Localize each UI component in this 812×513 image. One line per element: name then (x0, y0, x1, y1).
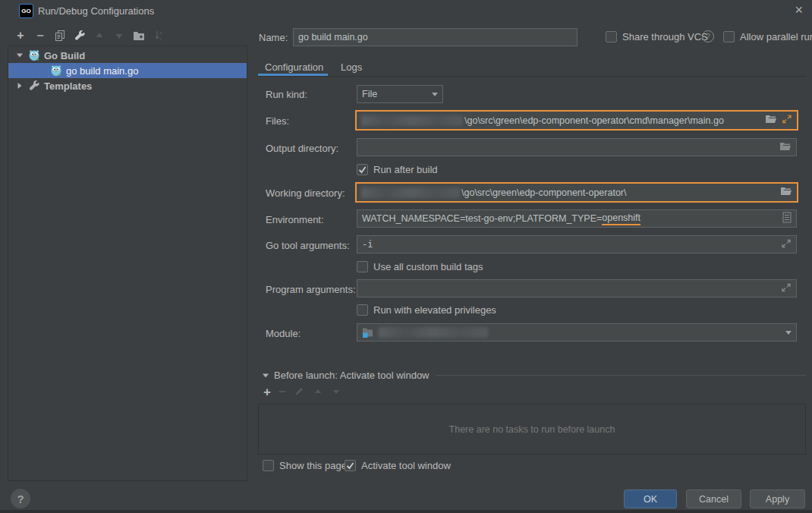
module-label: Module: (266, 328, 301, 339)
files-field[interactable]: \go\src\green\edp-component-operator\cmd… (355, 110, 798, 131)
expand-field-icon[interactable] (781, 282, 792, 295)
go-tool-arguments-field[interactable]: -i (357, 235, 797, 253)
edit-templates-wrench-icon[interactable] (73, 29, 87, 42)
checkbox-label: Use all custom build tags (373, 261, 483, 272)
folder-open-icon[interactable] (765, 114, 777, 127)
share-through-vcs-checkbox[interactable]: Share through VCS (606, 31, 708, 42)
chevron-down-icon (785, 331, 792, 335)
go-gopher-icon (28, 49, 40, 61)
folder-open-icon[interactable] (780, 186, 792, 199)
folder-open-icon[interactable] (779, 141, 792, 154)
move-down-icon (112, 29, 126, 42)
expand-field-icon[interactable] (782, 114, 792, 127)
tree-item-go-build[interactable]: Go Build (8, 48, 247, 63)
help-button[interactable]: ? (11, 489, 30, 508)
working-directory-value: \go\src\green\edp-component-operator\ (461, 187, 627, 198)
checkbox-box (263, 460, 274, 471)
environment-value: WATCH_NAMESPACE=test-go-env;PLATFORM_TYP… (362, 213, 602, 224)
show-this-page-checkbox[interactable]: Show this page (263, 460, 347, 471)
program-arguments-label: Program arguments: (266, 284, 356, 295)
tabs-separator (258, 76, 806, 77)
run-kind-label: Run kind: (266, 89, 307, 100)
checkbox-box (357, 261, 368, 272)
run-kind-select[interactable]: File (357, 85, 443, 103)
help-icon[interactable]: ? (702, 30, 714, 42)
name-label: Name: (259, 32, 288, 43)
before-launch-section-header[interactable]: Before launch: Activate tool window (262, 370, 806, 381)
use-custom-build-tags-checkbox[interactable]: Use all custom build tags (357, 261, 483, 272)
new-folder-icon[interactable] (132, 29, 146, 42)
tab-configuration[interactable]: Configuration (265, 61, 323, 73)
run-debug-configurations-dialog: GO Run/Debug Configurations × + − az Go … (0, 0, 812, 513)
cancel-button[interactable]: Cancel (686, 489, 741, 508)
checkbox-label: Allow parallel run (740, 31, 812, 42)
browse-variables-icon[interactable] (782, 212, 792, 225)
checkbox-checked-box (345, 460, 356, 471)
configuration-editor-panel: Name: Share through VCS ? Allow parallel… (258, 0, 812, 513)
expand-field-icon[interactable] (781, 238, 792, 251)
tree-item-label: go build main.go (66, 65, 138, 77)
add-configuration-button[interactable]: + (14, 29, 27, 42)
module-icon (362, 326, 374, 338)
before-launch-task-list: There are no tasks to run before launch (258, 404, 806, 455)
checkbox-box (357, 304, 368, 316)
module-select[interactable] (357, 323, 797, 341)
working-directory-field[interactable]: \go\src\green\edp-component-operator\ (355, 182, 798, 203)
output-directory-label: Output directory: (266, 143, 338, 154)
tree-item-label: Go Build (44, 50, 85, 61)
before-launch-title: Before launch: Activate tool window (274, 370, 430, 381)
ok-button[interactable]: OK (624, 489, 677, 508)
chevron-down-icon (432, 93, 438, 96)
checkbox-label: Run with elevated privileges (373, 304, 496, 316)
checkbox-label: Activate tool window (361, 460, 451, 471)
run-after-build-checkbox[interactable]: Run after build (357, 164, 438, 175)
svg-text:a: a (159, 30, 162, 35)
tree-item-go-build-main-go[interactable]: go build main.go (8, 63, 247, 78)
configurations-tree: Go Build go build main.go Templates (8, 46, 247, 481)
environment-field[interactable]: WATCH_NAMESPACE=test-go-env;PLATFORM_TYP… (357, 209, 797, 228)
files-label: Files: (266, 115, 289, 127)
move-up-icon (93, 29, 106, 42)
tree-item-templates[interactable]: Templates (8, 78, 247, 93)
tab-logs[interactable]: Logs (341, 61, 362, 73)
chevron-down-icon (262, 372, 269, 379)
copy-configuration-icon[interactable] (53, 29, 67, 42)
window-title: Run/Debug Configurations (38, 5, 154, 17)
dialog-bottom-edge (0, 510, 812, 513)
activate-tool-window-checkbox[interactable]: Activate tool window (345, 460, 451, 471)
run-elevated-privileges-checkbox[interactable]: Run with elevated privileges (357, 304, 496, 316)
redacted-text (379, 327, 488, 338)
checkbox-label: Share through VCS (622, 31, 708, 42)
section-divider (436, 375, 806, 376)
tree-item-label: Templates (44, 80, 92, 92)
run-kind-value: File (362, 89, 377, 99)
name-input[interactable] (293, 28, 578, 46)
move-task-up-icon (313, 386, 323, 399)
move-task-down-icon (331, 386, 341, 399)
remove-configuration-button[interactable]: − (33, 29, 47, 42)
working-directory-label: Working directory: (266, 187, 345, 199)
go-tool-arguments-value: -i (362, 239, 781, 250)
chevron-right-icon[interactable] (14, 81, 25, 90)
checkbox-box (606, 31, 617, 42)
add-task-button[interactable]: + (263, 386, 271, 398)
goland-app-icon: GO (19, 4, 33, 18)
checkbox-label: Show this page (279, 460, 347, 471)
files-value: \go\src\green\edp-component-operator\cmd… (464, 115, 724, 126)
redacted-text (361, 115, 463, 126)
output-directory-field[interactable] (357, 138, 797, 156)
remove-task-icon: − (279, 386, 286, 398)
edit-task-pencil-icon (294, 386, 305, 399)
program-arguments-field[interactable] (357, 279, 797, 297)
apply-button[interactable]: Apply (750, 489, 805, 508)
chevron-down-icon[interactable] (14, 51, 25, 60)
checkbox-box (723, 31, 735, 42)
svg-text:z: z (159, 36, 162, 41)
checkbox-label: Run after build (373, 164, 438, 175)
allow-parallel-run-checkbox[interactable]: Allow parallel run (723, 31, 812, 42)
go-tool-arguments-label: Go tool arguments: (266, 240, 350, 251)
environment-value-highlighted: openshift (602, 212, 640, 225)
empty-tasks-message: There are no tasks to run before launch (449, 424, 615, 435)
templates-wrench-icon (28, 80, 40, 92)
checkbox-checked-box (357, 164, 368, 175)
